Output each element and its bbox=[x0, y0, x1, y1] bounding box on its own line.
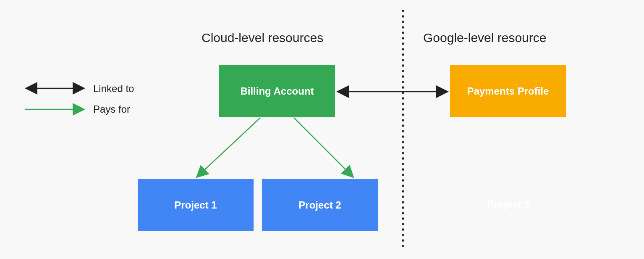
billing-to-project1-arrow bbox=[197, 118, 260, 177]
project2-label: Project 2 bbox=[298, 199, 341, 211]
cloud-resources-heading: Cloud-level resources bbox=[202, 31, 323, 45]
billing-to-project2-arrow bbox=[294, 118, 353, 177]
legend-pays-label: Pays for bbox=[93, 103, 130, 115]
legend-linked-label: Linked to bbox=[93, 83, 134, 95]
billing-account-label: Billing Account bbox=[240, 85, 314, 97]
project3-label: Project 3 bbox=[487, 198, 529, 210]
payments-profile-box: Payments Profile bbox=[450, 65, 566, 117]
google-resource-heading: Google-level resource bbox=[423, 31, 546, 45]
project1-label: Project 1 bbox=[174, 199, 217, 211]
payments-profile-label: Payments Profile bbox=[467, 85, 549, 97]
billing-account-box: Billing Account bbox=[219, 65, 335, 117]
project1-box: Project 1 bbox=[138, 179, 254, 231]
project2-box: Project 2 bbox=[262, 179, 378, 231]
